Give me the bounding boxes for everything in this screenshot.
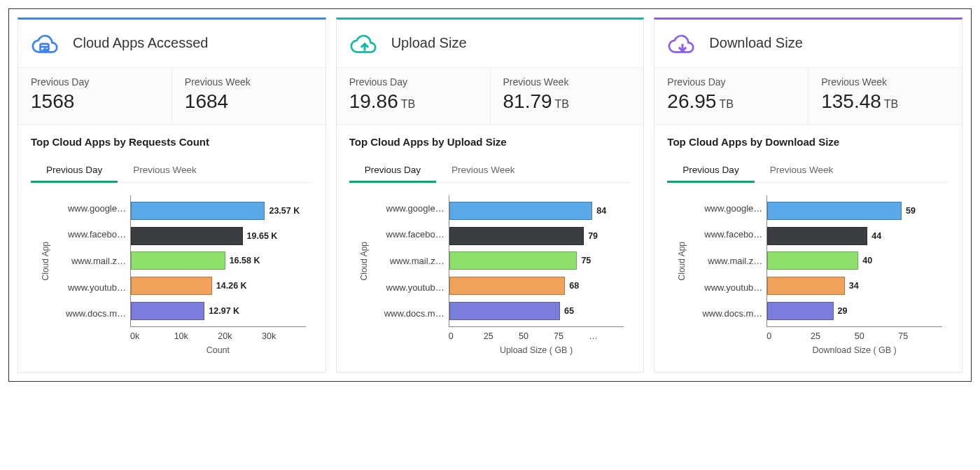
tabs: Previous DayPrevious Week bbox=[667, 158, 949, 183]
dashboard: Cloud Apps AccessedPrevious Day1568Previ… bbox=[8, 8, 972, 382]
stat-label: Previous Week bbox=[821, 76, 949, 88]
bar-value-label: 68 bbox=[569, 281, 579, 291]
bar[interactable] bbox=[449, 227, 584, 245]
bar-row: 44 bbox=[767, 223, 938, 249]
y-axis-label: Cloud App bbox=[677, 242, 687, 280]
chart-category: www.docs.m… bbox=[690, 301, 762, 326]
bar[interactable] bbox=[449, 277, 566, 295]
stat-value-number: 81.79 bbox=[503, 90, 552, 112]
bar[interactable] bbox=[449, 202, 593, 220]
stat-value-number: 1568 bbox=[31, 90, 74, 112]
chart-section: Top Cloud Apps by Requests CountPrevious… bbox=[18, 125, 326, 372]
stats-row: Previous Day19.86TBPrevious Week81.79TB bbox=[337, 67, 644, 125]
bar[interactable] bbox=[131, 227, 243, 245]
x-axis: 0255075… bbox=[449, 327, 624, 341]
bar-row: 65 bbox=[449, 298, 620, 324]
stat: Previous Day26.95TB bbox=[654, 68, 808, 124]
chart-category: www.mail.z… bbox=[53, 249, 126, 274]
bar-row: 84 bbox=[449, 198, 620, 223]
tab-previous-week[interactable]: Previous Week bbox=[436, 158, 531, 182]
panel-title: Upload Size bbox=[391, 35, 467, 51]
stat-unit: TB bbox=[401, 98, 415, 110]
bar-value-label: 44 bbox=[872, 231, 881, 241]
panel-title: Cloud Apps Accessed bbox=[73, 35, 208, 51]
stat-value-number: 19.86 bbox=[349, 90, 398, 112]
y-axis-label: Cloud App bbox=[359, 242, 369, 280]
stat-value: 1684 bbox=[185, 90, 313, 113]
bar-value-label: 65 bbox=[564, 306, 574, 316]
x-tick: 25 bbox=[811, 331, 855, 341]
stat: Previous Week81.79TB bbox=[490, 68, 644, 124]
tab-previous-week[interactable]: Previous Week bbox=[755, 158, 849, 182]
stat-unit: TB bbox=[884, 98, 898, 110]
chart-category: www.youtub… bbox=[372, 275, 444, 300]
stat-value: 19.86TB bbox=[349, 90, 477, 113]
bar-row: 75 bbox=[449, 249, 620, 274]
bar-row: 59 bbox=[767, 198, 938, 223]
chart-category: www.docs.m… bbox=[53, 301, 126, 326]
tab-previous-week[interactable]: Previous Week bbox=[118, 158, 212, 182]
cloud-apps-icon bbox=[31, 31, 62, 55]
panel: Cloud Apps AccessedPrevious Day1568Previ… bbox=[18, 18, 326, 373]
chart-category: www.youtub… bbox=[690, 275, 762, 300]
stat-unit: TB bbox=[555, 98, 569, 110]
chart-section: Top Cloud Apps by Download SizePrevious … bbox=[654, 125, 962, 372]
chart-category: www.docs.m… bbox=[372, 301, 444, 326]
bar[interactable] bbox=[449, 302, 560, 320]
bar[interactable] bbox=[767, 251, 858, 270]
x-tick: 25 bbox=[484, 331, 519, 341]
section-title: Top Cloud Apps by Upload Size bbox=[349, 136, 631, 148]
tab-previous-day[interactable]: Previous Day bbox=[31, 158, 118, 182]
panel: Download SizePrevious Day26.95TBPrevious… bbox=[654, 18, 962, 373]
bar[interactable] bbox=[131, 251, 225, 270]
stat: Previous Day19.86TB bbox=[337, 68, 490, 124]
x-axis-label: Count bbox=[130, 345, 306, 355]
bar[interactable] bbox=[767, 227, 867, 245]
bar-value-label: 34 bbox=[849, 281, 859, 291]
x-axis: 0k10k20k30k bbox=[130, 327, 306, 341]
bar-value-label: 16.58 K bbox=[230, 256, 260, 265]
stat-label: Previous Day bbox=[31, 76, 159, 88]
bar[interactable] bbox=[131, 202, 265, 220]
bar[interactable] bbox=[767, 202, 902, 220]
stats-row: Previous Day26.95TBPrevious Week135.48TB bbox=[654, 67, 962, 125]
stat: Previous Week135.48TB bbox=[808, 68, 962, 124]
tab-previous-day[interactable]: Previous Day bbox=[349, 158, 436, 182]
chart: Cloud Appwww.google…www.facebo…www.mail.… bbox=[31, 183, 313, 365]
bar-value-label: 14.26 K bbox=[216, 281, 247, 291]
bar-row: 12.97 K bbox=[131, 298, 302, 324]
x-axis-label: Download Size ( GB ) bbox=[766, 345, 942, 355]
stat-value: 26.95TB bbox=[667, 90, 795, 113]
stat-unit: TB bbox=[719, 98, 733, 110]
section-title: Top Cloud Apps by Download Size bbox=[667, 136, 949, 148]
x-tick: 50 bbox=[519, 331, 554, 341]
x-tick: 20k bbox=[218, 331, 262, 341]
bar[interactable] bbox=[449, 251, 578, 270]
panel-head: Cloud Apps Accessed bbox=[18, 20, 326, 67]
bar[interactable] bbox=[767, 277, 844, 295]
bar[interactable] bbox=[131, 277, 212, 295]
panel-head: Upload Size bbox=[337, 20, 644, 67]
cloud-download-icon bbox=[667, 31, 698, 55]
x-tick: 50 bbox=[855, 331, 899, 341]
bar-value-label: 59 bbox=[906, 206, 916, 216]
bar-value-label: 84 bbox=[596, 206, 606, 216]
bar-value-label: 75 bbox=[581, 256, 591, 265]
stat-label: Previous Day bbox=[349, 76, 477, 88]
x-axis: 0255075 bbox=[766, 327, 942, 341]
stats-row: Previous Day1568Previous Week1684 bbox=[18, 67, 326, 125]
tab-previous-day[interactable]: Previous Day bbox=[667, 158, 754, 182]
bar-value-label: 23.57 K bbox=[269, 206, 300, 216]
stat-value: 135.48TB bbox=[821, 90, 949, 113]
cloud-upload-icon bbox=[349, 31, 380, 55]
stat: Previous Week1684 bbox=[172, 68, 326, 124]
chart-category: www.google… bbox=[372, 196, 444, 221]
chart-category: www.mail.z… bbox=[690, 249, 762, 274]
chart-category: www.google… bbox=[690, 196, 762, 221]
bar[interactable] bbox=[131, 302, 204, 320]
bar-row: 23.57 K bbox=[131, 198, 302, 223]
x-tick: 30k bbox=[262, 331, 306, 341]
bar[interactable] bbox=[767, 302, 833, 320]
bar-value-label: 19.65 K bbox=[247, 231, 278, 241]
panel-head: Download Size bbox=[654, 20, 962, 67]
